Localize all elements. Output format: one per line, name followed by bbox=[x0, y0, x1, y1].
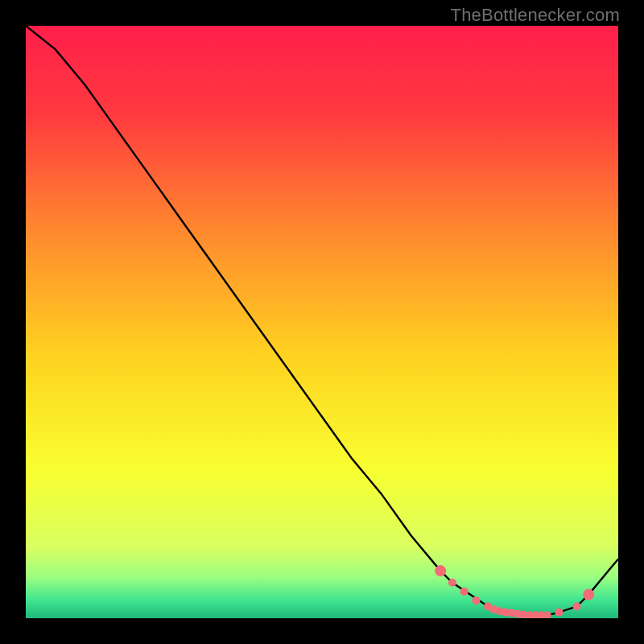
data-marker bbox=[435, 565, 446, 576]
data-marker bbox=[460, 588, 469, 596]
data-marker bbox=[448, 579, 456, 587]
chart-frame: TheBottlenecker.com bbox=[0, 0, 644, 644]
bottleneck-curve-chart bbox=[26, 26, 618, 618]
gradient-background bbox=[26, 26, 618, 618]
chart-plot-area bbox=[26, 26, 618, 618]
data-marker bbox=[555, 609, 563, 617]
data-marker bbox=[472, 597, 480, 605]
data-marker bbox=[583, 589, 594, 601]
data-marker bbox=[573, 602, 581, 610]
attribution-label: TheBottlenecker.com bbox=[451, 5, 620, 26]
